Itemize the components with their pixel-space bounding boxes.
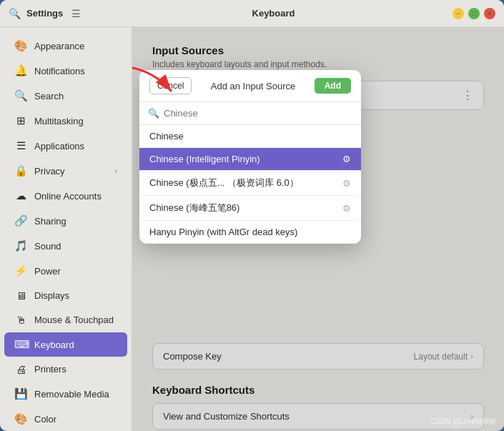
- sidebar-item-keyboard[interactable]: ⌨Keyboard: [4, 332, 127, 357]
- minimize-button[interactable]: −: [453, 8, 464, 19]
- dialog-item-label-chinese-intelligent-pinyin: Chinese (Intelligent Pinyin): [149, 154, 260, 164]
- dialog-item-label-chinese: Chinese: [149, 131, 184, 142]
- dialog-add-button[interactable]: Add: [315, 78, 351, 94]
- displays-icon: 🖥: [14, 289, 27, 302]
- search-icon[interactable]: 🔍: [9, 8, 21, 19]
- sidebar-item-removable-media[interactable]: 💾Removable Media: [4, 382, 127, 406]
- sidebar-label-sound: Sound: [34, 241, 117, 252]
- color-icon: 🎨: [14, 412, 27, 425]
- sidebar-item-notifications[interactable]: 🔔Notifications: [4, 59, 127, 83]
- sidebar-label-multitasking: Multitasking: [34, 116, 117, 127]
- sidebar-item-power[interactable]: ⚡Power: [4, 259, 127, 283]
- sidebar-item-mouse-touchpad[interactable]: 🖱Mouse & Touchpad: [4, 308, 127, 332]
- sidebar-item-privacy[interactable]: 🔒Privacy›: [4, 159, 127, 183]
- dialog-item-chinese-haifeng[interactable]: Chinese (海峰五笔86)⚙: [139, 196, 361, 221]
- sidebar-label-search: Search: [34, 91, 117, 101]
- search-icon: 🔍: [14, 89, 27, 102]
- sidebar-item-sharing[interactable]: 🔗Sharing: [4, 209, 127, 233]
- privacy-chevron-icon: ›: [114, 167, 117, 175]
- sharing-icon: 🔗: [14, 214, 27, 227]
- dialog-item-gear-icon: ⚙: [342, 178, 351, 189]
- applications-icon: ☰: [14, 139, 27, 152]
- sidebar: 🎨Appearance🔔Notifications🔍Search⊞Multita…: [0, 27, 132, 431]
- sidebar-item-online-accounts[interactable]: ☁Online Accounts: [4, 184, 127, 208]
- dialog-overlay: Cancel Add an Input Source Add 🔍 Chinese…: [132, 27, 504, 431]
- sidebar-label-notifications: Notifications: [34, 66, 117, 76]
- add-input-source-dialog: Cancel Add an Input Source Add 🔍 Chinese…: [139, 70, 361, 244]
- notifications-icon: 🔔: [14, 64, 27, 77]
- dialog-item-hanyu-pinyin[interactable]: Hanyu Pinyin (with AltGr dead keys): [139, 221, 361, 244]
- mouse-touchpad-icon: 🖱: [14, 314, 27, 326]
- sidebar-label-appearance: Appearance: [34, 41, 117, 51]
- sidebar-item-search[interactable]: 🔍Search: [4, 84, 127, 108]
- sidebar-label-printers: Printers: [34, 364, 117, 375]
- dialog-search-row: 🔍: [139, 102, 361, 125]
- appearance-icon: 🎨: [14, 39, 27, 52]
- maximize-button[interactable]: □: [468, 8, 480, 19]
- sidebar-label-displays: Displays: [34, 290, 117, 301]
- sidebar-item-displays[interactable]: 🖥Displays: [4, 284, 127, 307]
- sidebar-label-applications: Applications: [34, 141, 117, 152]
- online-accounts-icon: ☁: [14, 189, 27, 202]
- dialog-item-chinese[interactable]: Chinese: [139, 125, 361, 148]
- removable-media-icon: 💾: [14, 387, 27, 400]
- content-area: Input Sources Includes keyboard layouts …: [132, 27, 504, 431]
- dialog-item-label-hanyu-pinyin: Hanyu Pinyin (with AltGr dead keys): [149, 227, 297, 237]
- sidebar-label-power: Power: [34, 266, 117, 277]
- titlebar: 🔍 Settings ☰ Keyboard − □ ✕: [0, 0, 504, 27]
- settings-window: 🔍 Settings ☰ Keyboard − □ ✕ 🎨Appearance🔔…: [0, 0, 504, 431]
- sidebar-item-multitasking[interactable]: ⊞Multitasking: [4, 109, 127, 133]
- main-area: 🎨Appearance🔔Notifications🔍Search⊞Multita…: [0, 27, 504, 431]
- dialog-cancel-button[interactable]: Cancel: [149, 77, 192, 94]
- multitasking-icon: ⊞: [14, 114, 27, 127]
- titlebar-left: 🔍 Settings ☰: [9, 8, 94, 19]
- sidebar-label-sharing: Sharing: [34, 216, 117, 227]
- dialog-item-chinese-jidian[interactable]: Chinese (极点五... （极资词库 6.0）⚙: [139, 171, 361, 196]
- dialog-item-check-icon: ⚙: [342, 154, 351, 164]
- dialog-list: ChineseChinese (Intelligent Pinyin)⚙Chin…: [139, 125, 361, 244]
- privacy-icon: 🔒: [14, 164, 27, 177]
- sidebar-item-appearance[interactable]: 🎨Appearance: [4, 34, 127, 58]
- window-title: Keyboard: [94, 8, 453, 19]
- sidebar-item-color[interactable]: 🎨Color: [4, 407, 127, 431]
- sidebar-item-sound[interactable]: 🎵Sound: [4, 234, 127, 258]
- dialog-item-gear-icon: ⚙: [342, 203, 351, 214]
- window-controls: − □ ✕: [453, 8, 495, 19]
- dialog-search-icon: 🔍: [148, 108, 159, 119]
- dialog-item-label-chinese-jidian: Chinese (极点五... （极资词库 6.0）: [149, 177, 299, 189]
- power-icon: ⚡: [14, 264, 27, 277]
- sidebar-label-color: Color: [34, 414, 117, 425]
- settings-label: Settings: [26, 8, 63, 19]
- sidebar-label-mouse-touchpad: Mouse & Touchpad: [34, 314, 117, 325]
- sidebar-item-applications[interactable]: ☰Applications: [4, 134, 127, 158]
- menu-icon[interactable]: ☰: [71, 8, 81, 19]
- dialog-item-chinese-intelligent-pinyin[interactable]: Chinese (Intelligent Pinyin)⚙: [139, 148, 361, 171]
- dialog-search-input[interactable]: [164, 108, 352, 119]
- sidebar-item-printers[interactable]: 🖨Printers: [4, 357, 127, 381]
- sidebar-label-online-accounts: Online Accounts: [34, 191, 117, 202]
- dialog-title: Add an Input Source: [197, 81, 308, 91]
- dialog-header: Cancel Add an Input Source Add: [139, 70, 361, 102]
- printers-icon: 🖨: [14, 363, 27, 375]
- keyboard-icon: ⌨: [14, 338, 27, 351]
- dialog-item-label-chinese-haifeng: Chinese (海峰五笔86): [149, 202, 239, 214]
- sidebar-label-removable-media: Removable Media: [34, 389, 117, 400]
- sound-icon: 🎵: [14, 239, 27, 252]
- sidebar-label-keyboard: Keyboard: [34, 340, 117, 350]
- sidebar-label-privacy: Privacy: [34, 166, 107, 177]
- close-button[interactable]: ✕: [484, 8, 495, 19]
